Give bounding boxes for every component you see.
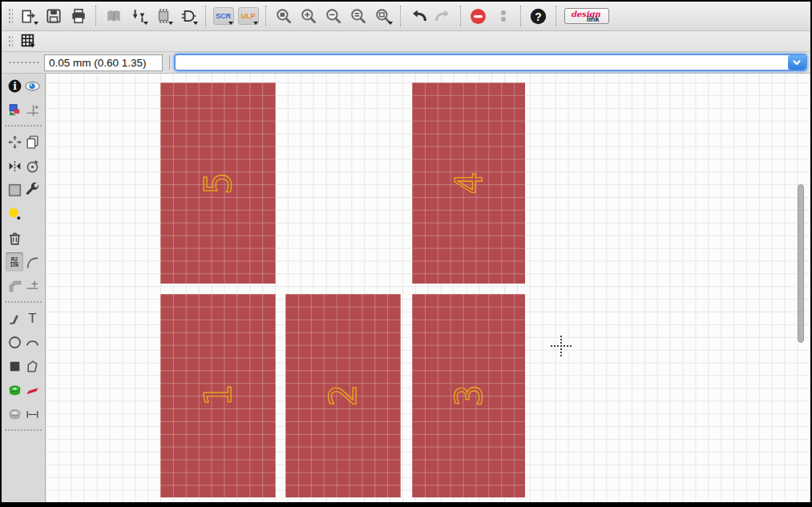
board-panel-5[interactable]: 5 xyxy=(160,82,276,284)
print-button[interactable] xyxy=(67,6,89,26)
stop-button[interactable] xyxy=(467,6,489,26)
pad-tool-button[interactable] xyxy=(6,380,23,400)
show-tool-button[interactable] xyxy=(23,76,41,95)
zoom-redraw-icon xyxy=(349,7,367,25)
command-dropdown-button[interactable] xyxy=(788,55,806,70)
print-icon xyxy=(70,7,87,25)
hole-icon xyxy=(6,406,23,423)
toolbar-separator xyxy=(555,6,556,26)
rect-tool-button[interactable] xyxy=(6,356,23,376)
command-input[interactable] xyxy=(176,55,788,70)
miter-tool-button[interactable] xyxy=(23,252,41,272)
toolbar-separator xyxy=(520,6,521,26)
hole-tool-button[interactable] xyxy=(6,404,23,424)
toolbar-drag-handle[interactable] xyxy=(8,35,13,48)
name-value-tool-button[interactable]: R2 10k xyxy=(6,252,23,272)
info-tool-button[interactable]: i xyxy=(6,76,23,95)
window-chrome: SCR ULP xyxy=(2,2,810,502)
rotate-icon xyxy=(24,158,41,175)
zoom-redraw-button[interactable] xyxy=(347,6,369,26)
palette-empty-slot xyxy=(23,204,41,223)
measure-tool-button[interactable] xyxy=(23,404,41,424)
board-label-5: 5 xyxy=(192,157,244,210)
toolbar-separator xyxy=(400,6,401,26)
undo-button[interactable] xyxy=(407,6,429,26)
svg-text:1: 1 xyxy=(196,384,240,407)
split-tool-button[interactable] xyxy=(6,276,23,296)
optimize-tool-button[interactable] xyxy=(23,276,41,296)
display-tool-button[interactable] xyxy=(6,100,23,119)
board-panel-3[interactable]: 3 xyxy=(412,294,525,497)
palette-separator xyxy=(5,125,42,127)
mark-icon xyxy=(24,102,41,119)
run-ulp-button[interactable]: ULP xyxy=(237,6,259,26)
parameter-bar-drag-handle[interactable] xyxy=(8,60,40,65)
redo-button[interactable] xyxy=(432,6,454,26)
parameter-bar: 0.05 mm (0.60 1.35) xyxy=(2,52,810,74)
board-panel-2[interactable]: 2 xyxy=(285,294,401,497)
mark-tool-button[interactable] xyxy=(23,100,41,119)
grid-icon xyxy=(20,33,37,50)
wire-tool-button[interactable] xyxy=(6,308,23,328)
help-icon: ? xyxy=(529,7,547,26)
zoom-fit-button[interactable] xyxy=(273,6,294,26)
help-glyph: ? xyxy=(535,10,541,22)
arc-icon xyxy=(24,334,41,351)
design-link-button[interactable]: design link xyxy=(564,8,609,24)
application-window: SCR ULP xyxy=(0,0,812,507)
replace-button[interactable] xyxy=(152,6,174,26)
circle-icon xyxy=(6,334,23,351)
command-combobox[interactable] xyxy=(174,54,807,71)
drawing-canvas[interactable]: 5 4 1 2 3 xyxy=(46,74,810,502)
traffic-light-button[interactable] xyxy=(492,6,514,26)
board-panel-1[interactable]: 1 xyxy=(160,294,276,497)
move-tool-button[interactable] xyxy=(6,132,23,151)
gateswap-button[interactable] xyxy=(177,6,199,26)
palette-empty-slot xyxy=(23,228,41,247)
zoom-out-icon xyxy=(325,7,342,25)
polygon-tool-button[interactable] xyxy=(23,356,41,376)
vertical-scrollbar-thumb[interactable] xyxy=(798,184,804,343)
cursor-crosshair-icon xyxy=(560,336,562,356)
circle-tool-button[interactable] xyxy=(6,332,23,352)
mirror-tool-button[interactable] xyxy=(6,156,23,175)
miter-icon xyxy=(24,254,41,271)
rotate-tool-button[interactable] xyxy=(23,156,41,175)
design-link-word2: link xyxy=(587,15,600,23)
redo-icon xyxy=(434,6,453,26)
zoom-in-icon xyxy=(300,7,317,25)
zoom-in-button[interactable] xyxy=(297,6,319,26)
smash-tool-button[interactable] xyxy=(6,204,23,223)
measure-icon xyxy=(24,406,41,423)
smd-tool-button[interactable] xyxy=(23,380,41,400)
toolbar-drag-handle[interactable] xyxy=(8,8,13,24)
zoom-select-button[interactable] xyxy=(372,6,394,26)
name-value-icon: R2 10k xyxy=(10,256,19,268)
copy-icon xyxy=(24,134,41,151)
run-script-button[interactable]: SCR xyxy=(212,6,234,26)
replace-dropdown-arrow xyxy=(168,22,173,25)
zoom-out-button[interactable] xyxy=(322,6,344,26)
stop-icon xyxy=(469,7,487,26)
copy-tool-button[interactable] xyxy=(23,132,41,151)
pinswap-button[interactable] xyxy=(127,6,149,26)
svg-text:2: 2 xyxy=(321,384,365,407)
group-tool-button[interactable] xyxy=(6,180,23,199)
grid-button[interactable] xyxy=(18,31,39,52)
board-panel-4[interactable]: 4 xyxy=(412,82,525,284)
tool-palette: i xyxy=(2,74,46,502)
delete-tool-button[interactable] xyxy=(6,228,23,247)
library-button[interactable] xyxy=(103,6,124,26)
save-icon xyxy=(45,7,63,25)
main-toolbar: SCR ULP xyxy=(2,2,810,31)
open-button[interactable] xyxy=(18,6,39,26)
gateswap-dropdown-arrow xyxy=(193,22,198,25)
change-tool-button[interactable] xyxy=(23,180,41,199)
arc-tool-button[interactable] xyxy=(23,332,41,352)
save-button[interactable] xyxy=(42,6,64,26)
svg-text:4: 4 xyxy=(447,172,491,195)
text-tool-button[interactable]: T xyxy=(23,308,41,328)
board-label-1: 1 xyxy=(192,369,244,422)
help-button[interactable]: ? xyxy=(527,6,549,26)
svg-text:3: 3 xyxy=(447,384,491,407)
